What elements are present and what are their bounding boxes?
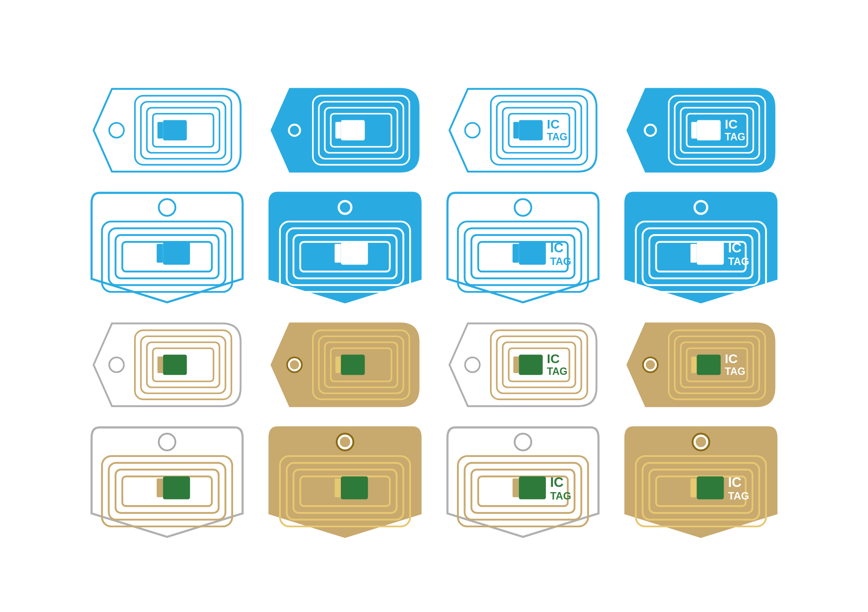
icon-grid: IC TAG IC TAG xyxy=(63,52,805,560)
ic-tag-1-4: IC TAG xyxy=(623,78,779,182)
ic-tag-2-1 xyxy=(89,195,245,300)
svg-text:IC: IC xyxy=(728,474,741,490)
svg-point-49 xyxy=(515,199,531,215)
svg-text:IC: IC xyxy=(550,474,563,490)
svg-rect-39 xyxy=(157,244,163,262)
svg-rect-82 xyxy=(341,354,365,375)
svg-rect-132 xyxy=(690,478,697,497)
ic-tag-2-4: IC TAG xyxy=(623,195,779,300)
ic-tag-4-4: IC TAG xyxy=(623,430,779,534)
svg-text:TAG: TAG xyxy=(547,131,567,142)
svg-rect-47 xyxy=(335,244,341,262)
svg-rect-89 xyxy=(519,354,542,375)
svg-text:IC: IC xyxy=(547,351,560,365)
svg-rect-55 xyxy=(519,241,546,265)
svg-text:TAG: TAG xyxy=(547,366,567,377)
svg-point-117 xyxy=(515,433,531,450)
svg-rect-6 xyxy=(163,120,187,140)
svg-rect-133 xyxy=(697,476,723,499)
ic-tag-4-3: IC TAG xyxy=(445,430,601,534)
svg-rect-48 xyxy=(341,241,368,265)
svg-text:TAG: TAG xyxy=(725,366,745,377)
ic-tag-1-2 xyxy=(267,78,423,182)
svg-rect-73 xyxy=(158,356,163,373)
svg-rect-108 xyxy=(163,476,190,499)
svg-rect-123 xyxy=(519,476,546,499)
svg-text:IC: IC xyxy=(725,351,738,365)
svg-point-83 xyxy=(465,357,480,372)
ic-tag-3-4: IC TAG xyxy=(623,313,779,417)
svg-point-93 xyxy=(646,360,655,369)
svg-rect-116 xyxy=(341,476,368,499)
ic-tag-1-1 xyxy=(89,78,245,182)
svg-rect-65 xyxy=(697,241,723,265)
svg-point-110 xyxy=(340,437,350,447)
svg-rect-21 xyxy=(519,120,542,140)
svg-point-8 xyxy=(290,126,299,135)
svg-point-42 xyxy=(340,202,350,212)
ic-tag-4-2 xyxy=(267,430,423,534)
svg-rect-31 xyxy=(697,120,720,140)
svg-rect-81 xyxy=(335,356,341,373)
svg-point-25 xyxy=(646,126,655,135)
svg-rect-13 xyxy=(335,122,341,138)
svg-text:TAG: TAG xyxy=(550,255,571,267)
svg-rect-14 xyxy=(341,120,365,140)
svg-point-68 xyxy=(109,357,124,372)
svg-rect-122 xyxy=(513,478,519,497)
svg-rect-99 xyxy=(697,354,720,375)
svg-rect-107 xyxy=(157,478,163,497)
ic-tag-3-2 xyxy=(267,313,423,417)
svg-rect-54 xyxy=(513,244,519,262)
svg-text:TAG: TAG xyxy=(728,255,749,267)
svg-rect-74 xyxy=(163,354,187,375)
ic-tag-1-3: IC TAG xyxy=(445,78,601,182)
svg-text:IC: IC xyxy=(728,240,741,255)
svg-text:TAG: TAG xyxy=(550,490,571,501)
svg-point-59 xyxy=(696,202,706,212)
svg-point-127 xyxy=(696,437,706,447)
svg-rect-115 xyxy=(335,478,341,497)
svg-text:IC: IC xyxy=(725,116,738,131)
svg-rect-98 xyxy=(691,356,697,373)
svg-text:IC: IC xyxy=(550,240,563,255)
ic-tag-3-1 xyxy=(89,313,245,417)
svg-rect-88 xyxy=(513,356,519,373)
svg-rect-30 xyxy=(691,122,697,138)
svg-text:TAG: TAG xyxy=(725,131,745,142)
svg-point-34 xyxy=(159,199,175,215)
svg-rect-20 xyxy=(513,122,519,138)
ic-tag-3-3: IC TAG xyxy=(445,313,601,417)
ic-tag-2-3: IC TAG xyxy=(445,195,601,300)
ic-tag-2-2 xyxy=(267,195,423,300)
svg-rect-40 xyxy=(163,241,190,265)
svg-text:IC: IC xyxy=(547,116,560,131)
svg-point-15 xyxy=(465,123,480,138)
svg-point-0 xyxy=(109,123,124,138)
svg-point-76 xyxy=(290,360,299,369)
svg-rect-5 xyxy=(158,122,163,138)
svg-text:TAG: TAG xyxy=(728,490,749,501)
svg-point-102 xyxy=(159,433,175,450)
ic-tag-4-1 xyxy=(89,430,245,534)
svg-rect-64 xyxy=(690,244,697,262)
